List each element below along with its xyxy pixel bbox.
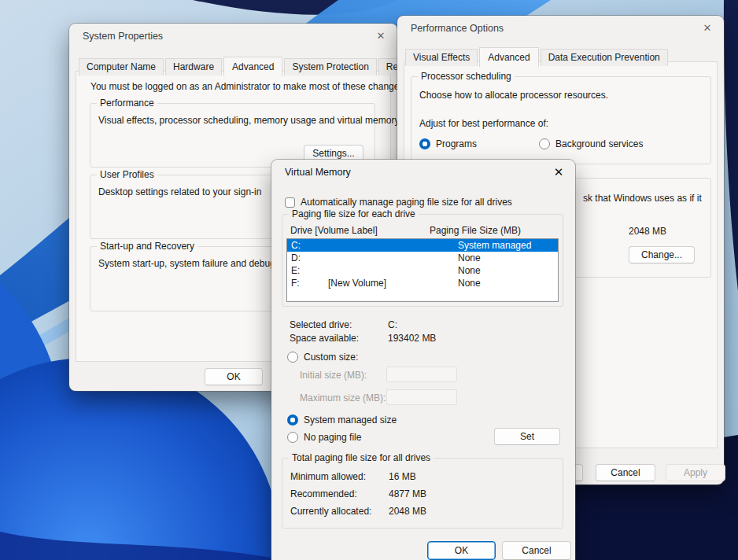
system-properties-titlebar[interactable]: System Properties ✕ [69, 24, 397, 50]
ok-button[interactable]: OK [427, 541, 496, 560]
space-available-label: Space available: [290, 333, 359, 344]
apply-button: Apply [666, 464, 725, 481]
set-button[interactable]: Set [494, 428, 560, 445]
close-icon[interactable]: ✕ [700, 21, 714, 35]
drive-letter: D: [291, 252, 301, 264]
custom-size-radio[interactable]: Custom size: [287, 352, 358, 363]
selected-drive-label: Selected drive: [290, 319, 352, 330]
paging-file-group-label: Paging file size for each drive [289, 208, 419, 219]
radio-unselected-icon [287, 432, 298, 443]
background-services-radio-label: Background services [555, 138, 643, 149]
radio-unselected-icon [539, 138, 550, 149]
drive-letter: F: [291, 277, 300, 289]
tab-visual-effects[interactable]: Visual Effects [405, 49, 478, 66]
programs-radio-label: Programs [436, 138, 477, 149]
performance-group-label: Performance [97, 98, 157, 109]
custom-size-label: Custom size: [304, 352, 358, 363]
paging-file-group: Paging file size for each drive Drive [V… [282, 214, 563, 307]
drive-size: None [458, 264, 481, 277]
user-profiles-group-label: User Profiles [97, 169, 157, 180]
adjust-performance-label: Adjust for best performance of: [419, 118, 548, 129]
drive-row-d[interactable]: D: None [287, 252, 558, 264]
tab-advanced[interactable]: Advanced [223, 57, 282, 76]
auto-manage-label: Automatically manage paging file size fo… [301, 197, 512, 208]
window-title: Performance Options [411, 23, 504, 34]
initial-size-input [386, 367, 457, 382]
ok-button[interactable]: OK [205, 368, 263, 385]
system-managed-radio[interactable]: System managed size [287, 414, 397, 426]
paging-file-total-value: 2048 MB [629, 226, 666, 237]
virtual-memory-titlebar[interactable]: Virtual Memory ✕ [271, 160, 575, 186]
radio-unselected-icon [287, 352, 298, 363]
recommended-value: 4877 MB [389, 488, 426, 499]
currently-allocated-value: 2048 MB [389, 506, 426, 517]
drive-letter: E: [291, 264, 300, 277]
tab-advanced[interactable]: Advanced [479, 47, 538, 67]
system-managed-label: System managed size [304, 414, 397, 426]
virtual-memory-dialog: Virtual Memory ✕ Automatically manage pa… [271, 160, 575, 560]
performance-options-titlebar[interactable]: Performance Options ✕ [397, 16, 724, 42]
drive-letter: C: [291, 239, 301, 252]
programs-radio[interactable]: Programs [419, 138, 477, 149]
drive-row-e[interactable]: E: None [287, 264, 558, 277]
space-available-value: 193402 MB [388, 333, 436, 344]
currently-allocated-label: Currently allocated: [290, 506, 371, 517]
initial-size-label: Initial size (MB): [300, 370, 367, 381]
auto-manage-checkbox[interactable]: Automatically manage paging file size fo… [285, 197, 512, 208]
drive-size: None [458, 252, 481, 264]
background-services-radio[interactable]: Background services [539, 138, 643, 149]
maximum-size-label: Maximum size (MB): [300, 392, 386, 403]
maximum-size-input [386, 389, 457, 405]
performance-description: Visual effects, processor scheduling, me… [98, 115, 399, 126]
processor-scheduling-description: Choose how to allocate processor resourc… [419, 90, 608, 101]
startup-recovery-description: System start-up, system failure and debu… [98, 258, 293, 269]
minimum-allowed-label: Minimum allowed: [290, 471, 366, 482]
drive-volume: [New Volume] [328, 277, 386, 289]
cancel-button[interactable]: Cancel [502, 541, 571, 560]
tab-hardware[interactable]: Hardware [165, 58, 222, 76]
tab-system-protection[interactable]: System Protection [284, 58, 376, 76]
total-paging-group-label: Total paging file size for all drives [289, 452, 434, 463]
performance-group: Performance Visual effects, processor sc… [90, 103, 375, 168]
tab-data-execution-prevention[interactable]: Data Execution Prevention [541, 49, 668, 66]
no-paging-file-label: No paging file [304, 432, 361, 443]
desktop: System Properties ✕ Computer Name Hardwa… [0, 0, 738, 560]
column-header-size: Paging File Size (MB) [430, 225, 521, 236]
close-icon[interactable]: ✕ [552, 165, 566, 179]
tab-computer-name[interactable]: Computer Name [79, 58, 164, 76]
radio-selected-icon [287, 414, 298, 426]
window-title: Virtual Memory [285, 167, 351, 178]
user-profiles-description: Desktop settings related to your sign-in [98, 186, 261, 197]
checkbox-unchecked-icon [285, 197, 295, 208]
no-paging-file-radio[interactable]: No paging file [287, 432, 361, 443]
drive-size: System managed [458, 239, 531, 252]
startup-recovery-group-label: Start-up and Recovery [97, 241, 197, 252]
drive-list[interactable]: C: System managed D: None E: None F: [Ne… [286, 238, 559, 302]
processor-scheduling-group: Processor scheduling Choose how to alloc… [411, 76, 711, 164]
close-icon[interactable]: ✕ [374, 29, 388, 43]
cancel-button[interactable]: Cancel [596, 464, 655, 481]
selected-drive-value: C: [388, 319, 397, 330]
window-title: System Properties [83, 31, 163, 42]
drive-size: None [458, 277, 481, 289]
performance-options-tabs: Visual Effects Advanced Data Execution P… [405, 46, 670, 65]
change-button[interactable]: Change... [629, 246, 695, 263]
minimum-allowed-value: 16 MB [389, 471, 416, 482]
column-header-drive: Drive [Volume Label] [290, 225, 378, 236]
total-paging-group: Total paging file size for all drives Mi… [282, 458, 563, 529]
processor-scheduling-label: Processor scheduling [418, 71, 515, 82]
admin-note: You must be logged on as an Administrato… [90, 81, 407, 92]
system-properties-tabs: Computer Name Hardware Advanced System P… [79, 55, 429, 75]
virtual-memory-description-fragment: sk that Windows uses as if it [583, 193, 702, 204]
drive-row-f[interactable]: F: [New Volume] None [287, 277, 558, 289]
radio-selected-icon [419, 138, 430, 149]
drive-row-c[interactable]: C: System managed [287, 239, 558, 252]
recommended-label: Recommended: [290, 488, 357, 499]
